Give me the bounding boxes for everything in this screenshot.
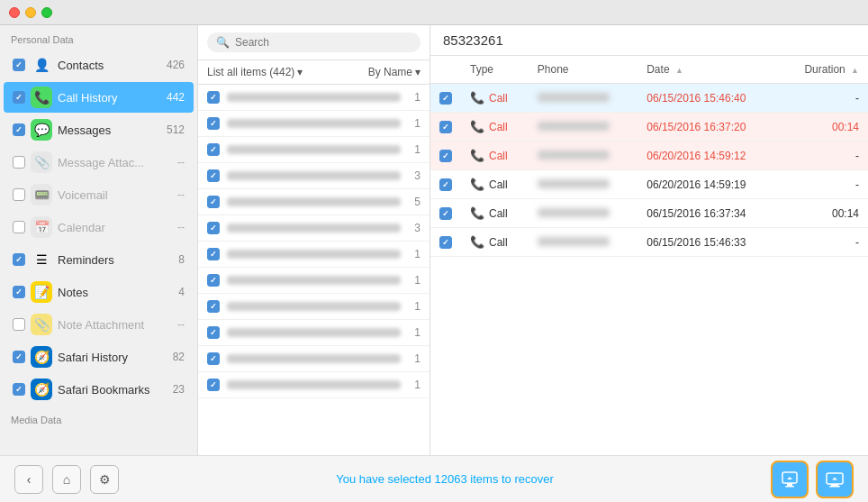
list-item[interactable]: 1 bbox=[198, 294, 429, 320]
list-item-checkbox[interactable] bbox=[207, 379, 220, 391]
list-item[interactable]: 1 bbox=[198, 320, 429, 346]
search-input[interactable] bbox=[235, 36, 411, 49]
safaribk-checkbox[interactable] bbox=[13, 383, 25, 396]
home-button[interactable]: ⌂ bbox=[52, 465, 81, 494]
list-item-checkbox[interactable] bbox=[207, 326, 220, 339]
back-button[interactable]: ‹ bbox=[14, 465, 43, 494]
list-item[interactable]: 5 bbox=[198, 189, 429, 215]
table-row[interactable]: 📞 Call 06/20/2016 14:59:19 - bbox=[430, 170, 868, 199]
safari-count: 82 bbox=[173, 351, 185, 363]
messages-checkbox[interactable] bbox=[13, 123, 25, 136]
list-item-name bbox=[227, 276, 401, 285]
recover-to-device-button[interactable] bbox=[771, 461, 809, 498]
voicemail-label: Voicemail bbox=[58, 188, 177, 202]
list-item-checkbox[interactable] bbox=[207, 300, 220, 313]
list-item-count: 1 bbox=[406, 91, 420, 104]
svg-rect-5 bbox=[829, 486, 840, 488]
row5-phone bbox=[529, 199, 637, 228]
sidebar-item-voicemail[interactable]: 📟 Voicemail -- bbox=[4, 179, 194, 210]
table-row[interactable]: 📞 Call 06/15/2016 16:37:34 00:14 bbox=[430, 199, 868, 228]
list-item-checkbox[interactable] bbox=[207, 248, 220, 260]
row6-date: 06/15/2016 15:46:33 bbox=[637, 228, 780, 257]
col-type[interactable]: Type bbox=[461, 56, 529, 84]
date-sort-arrow: ▲ bbox=[675, 66, 683, 75]
list-item[interactable]: 3 bbox=[198, 163, 429, 189]
table-row[interactable]: 📞 Call 06/15/2016 16:37:20 00:14 bbox=[430, 113, 868, 141]
duration-sort-arrow: ▲ bbox=[851, 66, 859, 75]
list-item[interactable]: 1 bbox=[198, 268, 429, 294]
sidebar-item-calendar[interactable]: 📅 Calendar -- bbox=[4, 212, 194, 242]
row4-checkbox[interactable] bbox=[439, 178, 452, 191]
call-icon: 📞 bbox=[470, 235, 484, 249]
notes-checkbox[interactable] bbox=[13, 286, 25, 298]
minimize-button[interactable] bbox=[25, 7, 36, 18]
reminders-icon: ☰ bbox=[31, 249, 52, 270]
sidebar-item-msgattach[interactable]: 📎 Message Attac... -- bbox=[4, 147, 194, 178]
svg-rect-1 bbox=[787, 483, 792, 486]
noteattach-checkbox[interactable] bbox=[13, 318, 25, 331]
selected-count: 12063 bbox=[435, 472, 467, 486]
recover-to-computer-button[interactable] bbox=[816, 461, 854, 498]
list-item-name bbox=[227, 354, 401, 363]
col-date[interactable]: Date ▲ bbox=[637, 56, 780, 84]
row3-checkbox[interactable] bbox=[439, 150, 452, 162]
middle-panel: 🔍 List all items (442) ▾ By Name ▾ 1 bbox=[198, 25, 430, 455]
list-item-name bbox=[227, 224, 401, 233]
list-item-checkbox[interactable] bbox=[207, 274, 220, 287]
list-header: List all items (442) ▾ By Name ▾ bbox=[198, 60, 429, 85]
sidebar-item-safari[interactable]: 🧭 Safari History 82 bbox=[4, 342, 194, 372]
msgattach-label: Message Attac... bbox=[58, 156, 177, 169]
list-item[interactable]: 3 bbox=[198, 215, 429, 242]
list-item-checkbox[interactable] bbox=[207, 117, 220, 130]
reminders-count: 8 bbox=[178, 253, 185, 266]
noteattach-count: -- bbox=[177, 318, 185, 331]
table-row[interactable]: 📞 Call 06/15/2016 15:46:40 - bbox=[430, 84, 868, 113]
list-item[interactable]: 1 bbox=[198, 372, 429, 398]
contacts-checkbox[interactable] bbox=[13, 59, 25, 71]
maximize-button[interactable] bbox=[41, 7, 52, 18]
list-item-checkbox[interactable] bbox=[207, 143, 220, 156]
settings-button[interactable]: ⚙ bbox=[90, 465, 119, 494]
list-item-checkbox[interactable] bbox=[207, 222, 220, 234]
by-name-arrow[interactable]: ▾ bbox=[415, 66, 420, 78]
callhistory-checkbox[interactable] bbox=[13, 91, 25, 104]
sidebar-item-safaribk[interactable]: 🧭 Safari Bookmarks 23 bbox=[4, 374, 194, 405]
table-row[interactable]: 📞 Call 06/15/2016 15:46:33 - bbox=[430, 228, 868, 257]
safari-icon: 🧭 bbox=[31, 346, 52, 368]
list-item[interactable]: 1 bbox=[198, 346, 429, 372]
sidebar-item-noteattach[interactable]: 📎 Note Attachment -- bbox=[4, 309, 194, 340]
list-item[interactable]: 1 bbox=[198, 242, 429, 268]
sidebar-item-contacts[interactable]: 👤 Contacts 426 bbox=[4, 50, 194, 80]
list-item-checkbox[interactable] bbox=[207, 91, 220, 104]
callhistory-icon: 📞 bbox=[31, 87, 52, 108]
list-item-checkbox[interactable] bbox=[207, 352, 220, 365]
reminders-checkbox[interactable] bbox=[13, 253, 25, 266]
table-row[interactable]: 📞 Call 06/20/2016 14:59:12 - bbox=[430, 141, 868, 170]
list-dropdown-arrow[interactable]: ▾ bbox=[297, 66, 303, 78]
sidebar-item-callhistory[interactable]: 📞 Call History 442 bbox=[4, 82, 194, 113]
calendar-checkbox[interactable] bbox=[13, 221, 25, 233]
list-item[interactable]: 1 bbox=[198, 85, 429, 111]
notes-label: Notes bbox=[58, 286, 178, 299]
sidebar-item-reminders[interactable]: ☰ Reminders 8 bbox=[4, 244, 194, 275]
list-item-count: 1 bbox=[406, 117, 420, 130]
row2-checkbox[interactable] bbox=[439, 121, 452, 133]
row6-checkbox[interactable] bbox=[439, 236, 452, 249]
recover-device-icon bbox=[780, 470, 800, 489]
search-input-wrap[interactable]: 🔍 bbox=[207, 32, 420, 52]
row1-checkbox[interactable] bbox=[439, 92, 452, 105]
row1-type: 📞 Call bbox=[470, 91, 520, 105]
safari-checkbox[interactable] bbox=[13, 351, 25, 363]
msgattach-checkbox[interactable] bbox=[13, 156, 25, 169]
sidebar-item-messages[interactable]: 💬 Messages 512 bbox=[4, 114, 194, 145]
row5-checkbox[interactable] bbox=[439, 207, 452, 220]
list-item-count: 3 bbox=[406, 169, 420, 182]
col-duration[interactable]: Duration ▲ bbox=[780, 56, 868, 84]
list-item-checkbox[interactable] bbox=[207, 169, 220, 182]
list-item-checkbox[interactable] bbox=[207, 196, 220, 208]
list-item[interactable]: 1 bbox=[198, 111, 429, 137]
voicemail-checkbox[interactable] bbox=[13, 188, 25, 201]
list-item[interactable]: 1 bbox=[198, 137, 429, 163]
sidebar-item-notes[interactable]: 📝 Notes 4 bbox=[4, 277, 194, 307]
close-button[interactable] bbox=[9, 7, 20, 18]
